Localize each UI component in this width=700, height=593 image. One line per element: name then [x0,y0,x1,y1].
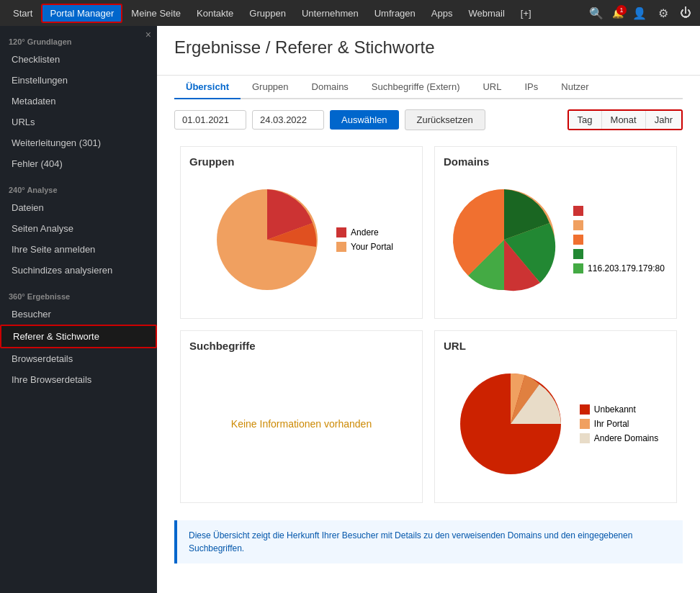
chart-suchbegriffe: Suchbegriffe Keine Informationen vorhand… [180,330,423,503]
sidebar-item-fehler[interactable]: Fehler (404) [0,153,157,174]
chart-url-inner: Unbekannt Ihr Portal Andere Domains [444,359,668,489]
chart-domains-inner: 116.203.179.179:80 [444,175,668,304]
info-box: Diese Übersicht zeigt die Herkunft Ihrer… [174,520,683,563]
sidebar-item-metadaten[interactable]: Metadaten [0,91,157,112]
tab-ubersicht[interactable]: Übersicht [174,76,241,99]
nav-umfragen[interactable]: Umfragen [367,5,423,22]
nav-meine-seite[interactable]: Meine Seite [124,5,188,22]
sidebar-item-browserdetails[interactable]: Browserdetails [0,348,157,369]
top-nav-right: 🔍 🔔 1 👤 ⚙ ⏻ [586,5,694,22]
legend-color-d4 [573,249,583,259]
info-text: Diese Übersicht zeigt die Herkunft Ihrer… [189,530,632,553]
charts-grid: Gruppen [157,140,700,509]
chart-gruppen-title: Gruppen [189,155,413,168]
legend-label-andere-domains: Andere Domains [594,433,658,443]
sidebar-item-weiterleitungen[interactable]: Weiterleitungen (301) [0,132,157,153]
tab-suchbegriffe[interactable]: Suchbegriffe (Extern) [360,76,472,99]
chart-domains-pie-wrap: 116.203.179.179:80 [447,182,665,297]
sidebar-section-analyse: 240° Analyse [0,177,157,197]
chart-url-pie-wrap: Unbekannt Ihr Portal Andere Domains [453,366,658,481]
sidebar-item-urls[interactable]: URLs [0,112,157,132]
nav-webmail[interactable]: Webmail [461,5,511,22]
tab-nutzer[interactable]: Nutzer [549,76,600,99]
logout-icon[interactable]: ⏻ [677,5,694,21]
nav-kontakte[interactable]: Kontakte [189,5,241,22]
sidebar-section-grundlagen: 120° Grundlagen [0,29,157,49]
legend-item-d5: 116.203.179.179:80 [573,263,665,273]
chart-gruppen-inner: Andere Your Portal [189,175,413,304]
sidebar-item-ihre-browserdetails[interactable]: Ihre Browserdetails [0,369,157,390]
legend-color-andere [336,227,346,237]
period-group: Tag Monat Jahr [567,109,683,130]
tab-bar: Übersicht Gruppen Domains Suchbegriffe (… [174,76,683,99]
sidebar-section-ergebnisse: 360° Ergebnisse [0,284,157,304]
legend-color-ihr-portal [580,419,590,429]
chart-url-title: URL [444,340,668,352]
legend-label-ihr-portal: Ihr Portal [594,419,629,429]
chart-gruppen-legend: Andere Your Portal [336,227,393,252]
legend-color-d3 [573,235,583,245]
legend-color-d1 [573,206,583,216]
select-button[interactable]: Auswählen [330,110,399,130]
reset-button[interactable]: Zurücksetzen [405,109,485,130]
main-layout: × 120° Grundlagen Checklisten Einstellun… [0,26,700,593]
sidebar-item-checklisten[interactable]: Checklisten [0,49,157,70]
nav-portal-manager[interactable]: Portal Manager [41,4,122,23]
nav-unternehmen[interactable]: Unternehmen [295,5,366,22]
chart-domains: Domains [434,146,677,319]
sidebar-item-besucher[interactable]: Besucher [0,304,157,325]
search-icon[interactable]: 🔍 [586,5,606,22]
sidebar-close-button[interactable]: × [145,29,151,40]
url-pie-svg [453,366,568,481]
sidebar-item-seiten-analyse[interactable]: Seiten Analyse [0,218,157,239]
page-header: Ergebnisse / Referer & Stichworte [157,26,700,76]
period-monat-button[interactable]: Monat [602,111,646,129]
date-to-input[interactable] [252,110,324,130]
chart-suchbegriffe-no-data: Keine Informationen vorhanden [202,389,400,458]
legend-color-unbekannt [580,404,590,415]
legend-item-andere-domains: Andere Domains [580,433,658,443]
top-navigation: Start Portal Manager Meine Seite Kontakt… [0,0,700,26]
main-content: Ergebnisse / Referer & Stichworte Übersi… [157,26,700,593]
chart-suchbegriffe-title: Suchbegriffe [189,340,413,352]
chart-suchbegriffe-inner: Keine Informationen vorhanden [189,359,413,489]
chart-domains-title: Domains [444,155,668,168]
sidebar-item-referer[interactable]: Referer & Stichworte [0,325,157,348]
gruppen-pie-svg [210,182,325,297]
chart-url: URL [434,330,677,503]
legend-item-d2 [573,220,665,230]
nav-apps[interactable]: Apps [424,5,460,22]
tab-url[interactable]: URL [471,76,513,99]
legend-item-d3 [573,235,665,245]
legend-color-andere-domains [580,433,590,443]
chart-url-legend: Unbekannt Ihr Portal Andere Domains [580,404,658,443]
legend-item-unbekannt: Unbekannt [580,404,658,415]
chart-domains-legend: 116.203.179.179:80 [573,206,665,273]
tab-gruppen[interactable]: Gruppen [241,76,300,99]
period-jahr-button[interactable]: Jahr [646,111,681,129]
nav-start[interactable]: Start [6,5,40,22]
legend-item-andere: Andere [336,227,393,237]
user-icon[interactable]: 👤 [629,5,650,22]
sidebar-item-einstellungen[interactable]: Einstellungen [0,70,157,91]
chart-gruppen: Gruppen [180,146,423,319]
nav-gruppen[interactable]: Gruppen [242,5,293,22]
sidebar-item-ihre-seite[interactable]: Ihre Seite anmelden [0,239,157,260]
legend-label-your-portal: Your Portal [351,242,393,252]
page-title: Ergebnisse / Referer & Stichworte [174,37,683,58]
tab-domains[interactable]: Domains [300,76,360,99]
legend-color-d5 [573,263,583,273]
settings-icon[interactable]: ⚙ [655,5,671,22]
period-tag-button[interactable]: Tag [569,111,602,129]
filter-bar: Auswählen Zurücksetzen Tag Monat Jahr [157,99,700,140]
date-from-input[interactable] [174,110,246,130]
nav-plus[interactable]: [+] [513,5,539,22]
notification-icon[interactable]: 🔔 1 [612,8,624,19]
sidebar-item-dateien[interactable]: Dateien [0,197,157,218]
legend-item-d1 [573,206,665,216]
sidebar-item-suchindizes[interactable]: Suchindizes analysieren [0,260,157,281]
legend-item-d4 [573,249,665,259]
tab-ips[interactable]: IPs [513,76,549,99]
legend-item-your-portal: Your Portal [336,242,393,252]
legend-label-unbekannt: Unbekannt [594,404,636,415]
